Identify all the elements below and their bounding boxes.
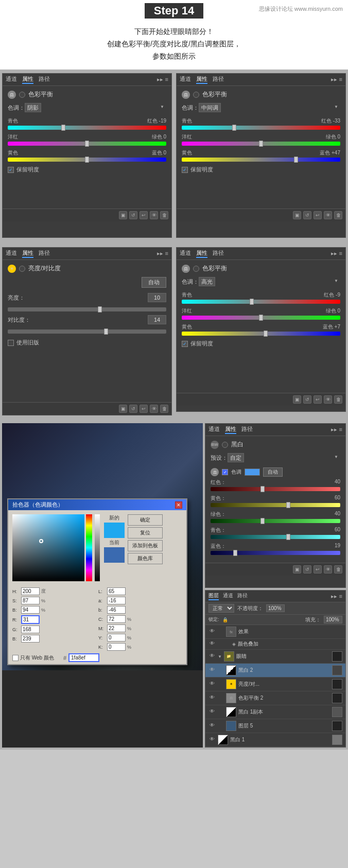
old-version-checkbox[interactable] <box>8 340 14 346</box>
bw-green-thumb[interactable] <box>260 518 265 524</box>
footer-icon-mask-2[interactable]: ▣ <box>293 211 301 219</box>
track-mg-2[interactable] <box>182 142 340 146</box>
thumb-mg-4[interactable] <box>259 315 263 321</box>
bw-auto-button[interactable]: 自动 <box>263 467 283 477</box>
footer-icon-eye-4[interactable]: 👁 <box>324 395 332 404</box>
bw-footer-rotate[interactable]: ↺ <box>303 565 311 574</box>
c-input[interactable] <box>107 615 126 623</box>
h-input[interactable] <box>21 587 40 595</box>
layer-row-color-overlay[interactable]: 👁 ◈ 颜色叠加 <box>205 639 345 650</box>
bw-tab-properties[interactable]: 属性 <box>225 425 236 434</box>
bw-blue-thumb[interactable] <box>233 550 237 556</box>
menu-icon-2[interactable]: ≡ <box>339 76 342 83</box>
bw-menu-icon[interactable]: ≡ <box>339 426 342 433</box>
layer-eye-bw1copy[interactable]: 👁 <box>208 708 216 716</box>
contrast-input[interactable] <box>148 315 166 324</box>
footer-icon-eye-3[interactable]: 👁 <box>150 405 158 413</box>
add-to-swatches-button[interactable]: 添加到色板 <box>128 540 163 551</box>
tab-path-4[interactable]: 路径 <box>213 249 224 258</box>
menu-icon-1[interactable]: ≡ <box>165 76 168 83</box>
tone-select-4[interactable]: 高光 <box>199 277 215 286</box>
thumb-3[interactable] <box>85 157 89 163</box>
preserve-checkbox-2[interactable]: ✓ <box>182 167 188 173</box>
fill-input[interactable] <box>324 616 342 623</box>
footer-icon-mask-4[interactable]: ▣ <box>293 395 301 404</box>
bw-red-thumb[interactable] <box>260 486 265 492</box>
layer-row-cb2[interactable]: 👁 ⚖ 色彩平衡 2 <box>205 691 345 705</box>
confirm-button[interactable]: 确定 <box>128 514 163 526</box>
layer-row-eyes-group[interactable]: 👁 ▼ 📁 眼睛 <box>205 650 345 664</box>
hex-input[interactable] <box>68 653 99 662</box>
thumb-yb-4[interactable] <box>264 331 268 337</box>
layer-eye-overlay[interactable]: 👁 <box>208 640 216 648</box>
tint-checkbox[interactable]: ✓ <box>222 469 228 475</box>
track-1[interactable] <box>8 126 166 130</box>
thumb-1[interactable] <box>61 125 65 131</box>
tab-properties-1[interactable]: 属性 <box>22 75 33 84</box>
brightness-input[interactable] <box>148 293 166 302</box>
layer-eye-group[interactable]: 👁 <box>208 653 216 660</box>
bw-expand-icon[interactable]: ▸▸ <box>331 426 337 433</box>
track-yb-4[interactable] <box>182 332 340 336</box>
track-2[interactable] <box>8 142 166 146</box>
tab-channel-2[interactable]: 通道 <box>180 75 191 84</box>
footer-icon-mask-1[interactable]: ▣ <box>119 211 127 219</box>
track-3[interactable] <box>8 158 166 162</box>
b2-input[interactable] <box>107 606 126 614</box>
layer-eye-bw2[interactable]: 👁 <box>208 667 216 674</box>
footer-icon-undo-4[interactable]: ↩ <box>314 395 322 404</box>
layer-eye-bright[interactable]: 👁 <box>208 681 216 688</box>
layers-expand-icon[interactable]: ▸▸ <box>331 593 337 600</box>
layer-row-bw1[interactable]: 👁 黑白 1 <box>205 733 345 747</box>
thumb-yb-2[interactable] <box>294 157 298 163</box>
footer-icon-trash-4[interactable]: 🗑 <box>334 395 342 404</box>
expand-icon-4[interactable]: ▸▸ <box>331 250 337 257</box>
layers-tab-paths[interactable]: 路径 <box>237 592 248 600</box>
footer-icon-eye-1[interactable]: 👁 <box>150 211 158 219</box>
alpha-bar[interactable] <box>95 514 100 581</box>
layer-mode-select[interactable]: 正常 <box>208 604 234 613</box>
footer-icon-rotate-1[interactable]: ↺ <box>129 211 137 219</box>
layers-menu-icon[interactable]: ≡ <box>339 593 342 600</box>
brightness-track[interactable] <box>8 307 166 311</box>
cancel-button[interactable]: 复位 <box>128 527 163 539</box>
footer-icon-mask-3[interactable]: ▣ <box>119 405 127 413</box>
tab-properties-4[interactable]: 属性 <box>196 249 207 258</box>
a-input[interactable] <box>107 597 126 604</box>
layers-tab-channels[interactable]: 通道 <box>223 592 233 600</box>
tab-channel-3[interactable]: 通道 <box>6 249 17 258</box>
b-input[interactable] <box>21 606 40 614</box>
expand-icon-1[interactable]: ▸▸ <box>157 76 163 83</box>
tone-select-1[interactable]: 阴影 <box>25 103 41 112</box>
bw-cyan-track[interactable] <box>211 535 340 539</box>
tab-path-3[interactable]: 路径 <box>39 249 50 258</box>
menu-icon-4[interactable]: ≡ <box>339 250 342 257</box>
bw-green-track[interactable] <box>211 519 340 523</box>
bw-footer-eye[interactable]: 👁 <box>324 565 332 574</box>
tint-swatch[interactable] <box>245 468 260 476</box>
bw-yellow-track[interactable] <box>211 503 340 507</box>
web-only-checkbox[interactable] <box>12 655 19 661</box>
track-yb-2[interactable] <box>182 158 340 162</box>
brightness-thumb[interactable] <box>98 306 102 313</box>
expand-icon-2[interactable]: ▸▸ <box>331 76 337 83</box>
bw-footer-trash[interactable]: 🗑 <box>334 565 342 574</box>
footer-icon-trash-1[interactable]: 🗑 <box>160 211 168 219</box>
tab-path-1[interactable]: 路径 <box>39 75 50 84</box>
track-mg-4[interactable] <box>182 316 340 320</box>
bw-footer-undo[interactable]: ↩ <box>314 565 322 574</box>
blue-input[interactable] <box>21 635 40 643</box>
g-input[interactable] <box>21 626 40 633</box>
track-cr-2[interactable] <box>182 126 340 130</box>
thumb-mg-2[interactable] <box>259 141 263 147</box>
tab-channel-4[interactable]: 通道 <box>180 249 191 258</box>
thumb-cr-2[interactable] <box>232 125 236 131</box>
r-input[interactable] <box>21 615 40 624</box>
l-input[interactable] <box>107 587 126 595</box>
layer-eye-effect[interactable]: 👁 <box>208 628 216 635</box>
bw-red-track[interactable] <box>211 487 340 491</box>
layer-row-effect[interactable]: 👁 fx 效果 <box>205 625 345 639</box>
tab-properties-3[interactable]: 属性 <box>22 249 33 258</box>
footer-icon-rotate-3[interactable]: ↺ <box>129 405 137 413</box>
footer-icon-eye-2[interactable]: 👁 <box>324 211 332 219</box>
